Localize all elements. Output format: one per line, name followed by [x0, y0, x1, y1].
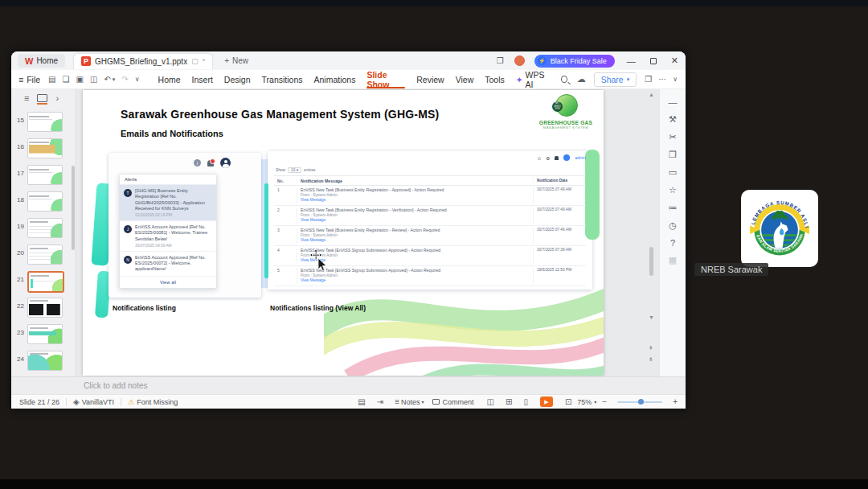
undo-caret-icon[interactable]: ▾: [113, 76, 116, 83]
slide-thumbnail-19[interactable]: [27, 218, 63, 238]
settings-sliders-icon[interactable]: ≔: [669, 203, 678, 213]
home-tab[interactable]: W Home: [18, 54, 65, 68]
zoom-slider-handle[interactable]: [638, 399, 644, 405]
slide-thumbnail-18[interactable]: [27, 191, 63, 212]
tab-view[interactable]: View: [450, 70, 480, 89]
history-icon[interactable]: ◷: [669, 220, 677, 231]
slide-thumbnail-22[interactable]: [27, 298, 63, 318]
shapes-icon[interactable]: ❐: [669, 150, 677, 160]
slide-view-icon[interactable]: [37, 94, 47, 102]
alert-item[interactable]: T [GHG-MS] Business Entity Registration …: [120, 185, 216, 221]
notes-caret-icon[interactable]: ▾: [422, 399, 424, 405]
quickbar-more-icon[interactable]: ∨: [135, 76, 140, 83]
bell-icon[interactable]: [555, 156, 559, 160]
account-avatar[interactable]: [514, 55, 525, 66]
document-tab[interactable]: P GHGMS_Briefing_v1.pptx ▢ *: [73, 53, 213, 69]
slide-thumbnail-20[interactable]: [27, 244, 63, 265]
undo-icon[interactable]: ↶: [104, 75, 110, 84]
slide-thumbnail-21-selected[interactable]: [27, 271, 64, 293]
close-button[interactable]: ✕: [671, 55, 678, 66]
cloud-sync-icon[interactable]: ☁: [577, 74, 586, 84]
view-all-link[interactable]: View all: [120, 277, 216, 288]
next-slide-icon[interactable]: ⇟: [649, 356, 653, 363]
minimize-button[interactable]: —: [627, 56, 636, 66]
collapse-panel-icon[interactable]: ›: [55, 93, 59, 103]
notes-bar[interactable]: Click to add notes: [11, 376, 686, 394]
slide-canvas[interactable]: Sarawak Greenhouse Gas Management System…: [83, 90, 604, 376]
task-window-icon[interactable]: ▤: [358, 397, 365, 406]
tab-window-icon[interactable]: ▢: [191, 57, 199, 65]
gear-icon[interactable]: ⚙: [546, 155, 550, 161]
window-stack-icon[interactable]: ❐: [497, 56, 504, 65]
scrollbar-thumb[interactable]: [649, 247, 653, 276]
portal-username[interactable]: admin: [575, 155, 586, 160]
search-icon[interactable]: [561, 76, 567, 83]
reading-view-icon[interactable]: ▯: [523, 397, 528, 406]
fit-slide-icon[interactable]: ⊡: [565, 397, 571, 406]
theme-name[interactable]: VanillaVTI: [82, 398, 114, 406]
tab-slide-show[interactable]: Slide Show: [361, 70, 411, 89]
notes-toggle[interactable]: Notes: [401, 398, 420, 406]
tab-wps-ai[interactable]: ✦ WPS AI: [510, 70, 555, 89]
save-icon[interactable]: ▤: [48, 75, 55, 84]
participant-video-tile[interactable]: LEMBAGA SUMBER ASLI DAN ALAM SEKITAR SAR…: [741, 190, 818, 267]
scroll-down-icon[interactable]: ▼: [649, 314, 654, 320]
scroll-up-icon[interactable]: ▲: [649, 92, 654, 97]
normal-view-icon[interactable]: ◫: [487, 397, 494, 406]
new-tab-button[interactable]: + New: [224, 56, 248, 65]
tab-home[interactable]: Home: [153, 70, 186, 89]
export-icon[interactable]: ❏: [63, 75, 70, 84]
font-missing-label[interactable]: Font Missing: [137, 398, 178, 406]
goto-icon[interactable]: ⇥: [377, 397, 383, 406]
favorites-icon[interactable]: ☆: [669, 185, 677, 195]
info-icon[interactable]: i: [194, 159, 201, 166]
slideshow-play-button[interactable]: ▶: [540, 397, 553, 407]
zoom-out-button[interactable]: −: [602, 397, 607, 406]
view-message-link[interactable]: View Message: [301, 258, 533, 263]
bell-icon[interactable]: [207, 160, 214, 166]
outline-view-icon[interactable]: ≡: [24, 93, 29, 103]
slide-sorter-icon[interactable]: ⊞: [506, 397, 512, 406]
thumbnail-scrollbar[interactable]: [72, 166, 75, 250]
task-pane-icon[interactable]: ❐: [645, 75, 652, 84]
slide-thumbnail-24[interactable]: [27, 351, 63, 371]
zoom-level[interactable]: 75%: [577, 398, 592, 406]
black-friday-sale-button[interactable]: ⚡ Black Friday Sale: [534, 55, 615, 68]
tab-review[interactable]: Review: [411, 70, 449, 89]
maximize-button[interactable]: [650, 58, 657, 64]
zoom-slider[interactable]: [617, 401, 662, 403]
canvas-scrollbar[interactable]: ▲ ▼ ⇞ ⇟: [647, 89, 657, 376]
alert-item[interactable]: N EnViSS Account Approved [Ref No. ES/20…: [120, 252, 216, 277]
print-icon[interactable]: ▣: [76, 75, 83, 84]
tab-animations[interactable]: Animations: [308, 70, 361, 89]
apps-grid-icon[interactable]: ▦: [669, 255, 677, 265]
view-message-link[interactable]: View Message: [301, 278, 533, 283]
comment-button[interactable]: Comment: [443, 398, 474, 406]
more-menu-icon[interactable]: ⋯: [658, 75, 666, 84]
tools-icon[interactable]: ⚒: [669, 114, 677, 125]
tab-design[interactable]: Design: [219, 70, 256, 89]
page-size-select[interactable]: 10 ▾: [288, 167, 301, 173]
home-icon[interactable]: ⌂: [538, 155, 541, 161]
zoom-caret-icon[interactable]: ▾: [594, 399, 596, 405]
view-message-link[interactable]: View Message: [301, 198, 533, 203]
user-avatar-icon[interactable]: [220, 158, 231, 168]
collapse-ribbon-icon[interactable]: ∨: [673, 76, 678, 83]
comment-pane-icon[interactable]: ▭: [669, 167, 677, 178]
slide-thumbnail-15[interactable]: [27, 112, 63, 132]
tab-transitions[interactable]: Transitions: [256, 70, 309, 89]
slide-thumbnail-17[interactable]: [27, 165, 63, 185]
cut-style-icon[interactable]: ✂: [669, 132, 676, 142]
slide-thumbnail-23[interactable]: [27, 324, 63, 344]
alert-item[interactable]: J EnViSS Account Approved [Ref No. ES/20…: [120, 221, 216, 252]
portal-user-avatar[interactable]: [563, 154, 570, 161]
previous-slide-icon[interactable]: ⇞: [649, 345, 653, 351]
share-button[interactable]: Share ▾: [594, 72, 637, 87]
slide-thumbnail-16[interactable]: [27, 138, 63, 158]
view-message-link[interactable]: View Message: [301, 218, 533, 223]
view-message-link[interactable]: View Message: [301, 238, 533, 243]
tab-tools[interactable]: Tools: [479, 70, 510, 89]
zoom-in-button[interactable]: +: [673, 397, 678, 406]
help-icon[interactable]: ?: [670, 238, 675, 248]
tab-insert[interactable]: Insert: [186, 70, 219, 89]
